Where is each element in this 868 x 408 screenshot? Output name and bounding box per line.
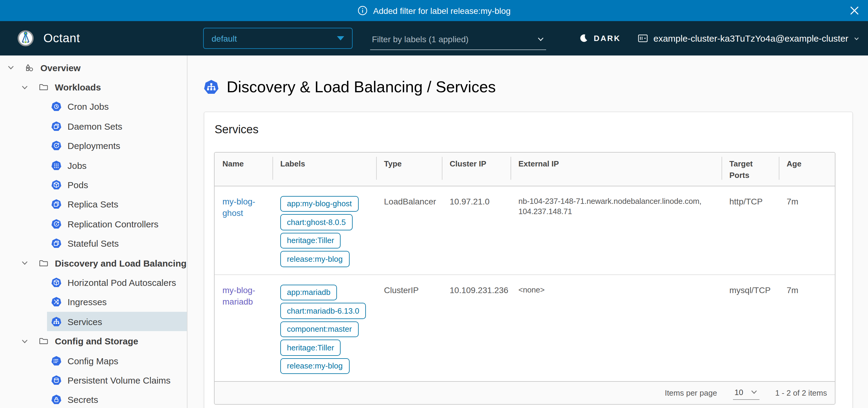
services-table: NameLabelsTypeCluster IPExternal IPTarge…: [215, 153, 835, 381]
sidebar-item-label: Jobs: [67, 160, 87, 170]
label-filter-text: Filter by labels (1 applied): [372, 34, 469, 44]
service-type: ClusterIP: [376, 274, 442, 381]
moon-icon: [579, 34, 588, 43]
page-title-text: Discovery & Load Balancing / Services: [227, 78, 496, 96]
column-header-type: Type: [376, 153, 442, 186]
close-icon[interactable]: [849, 5, 860, 16]
label-filter-dropdown[interactable]: Filter by labels (1 applied): [370, 29, 546, 50]
label-pill[interactable]: app:my-blog-ghost: [280, 196, 358, 212]
sidebar-item-pods[interactable]: Pods: [47, 175, 187, 195]
label-pill[interactable]: heritage:Tiller: [280, 233, 341, 249]
label-pill[interactable]: chart:ghost-8.0.5: [280, 214, 352, 230]
sidebar-item-replication-controllers[interactable]: Replication Controllers: [47, 214, 187, 234]
sidebar-item-label: Deployments: [67, 141, 120, 151]
octant-app: Added filter for label release:my-blog O…: [0, 0, 868, 408]
sidebar-item-config-maps[interactable]: Config Maps: [47, 351, 187, 371]
persistent-volume-claims-icon: [51, 375, 61, 385]
sidebar-item-replica-sets[interactable]: Replica Sets: [47, 195, 187, 214]
brand: Octant: [16, 21, 80, 56]
label-pill[interactable]: release:my-blog: [280, 251, 349, 267]
sidebar-item-workloads[interactable]: Workloads: [0, 78, 187, 97]
screen: Added filter for label release:my-blog O…: [0, 0, 868, 408]
folder-icon: [38, 336, 49, 346]
label-pill[interactable]: heritage:Tiller: [280, 340, 341, 355]
overview-icon: [24, 62, 34, 73]
config-maps-icon: [51, 355, 61, 366]
column-header-external-ip: External IP: [510, 153, 721, 186]
replication-controllers-icon: [51, 219, 61, 229]
sidebar-item-overview[interactable]: Overview: [0, 58, 187, 78]
table-footer: Items per page 10 1 - 2 of 2 items: [215, 381, 835, 404]
notification-text: Added filter for label release:my-blog: [373, 6, 510, 16]
sidebar-item-discovery-and-load-balancing[interactable]: Discovery and Load Balancing: [0, 253, 187, 273]
page-size-value: 10: [735, 387, 743, 397]
sidebar-item-stateful-sets[interactable]: Stateful Sets: [47, 234, 187, 253]
cluster-name: example-cluster-ka3TuTzYo4a@example-clus…: [653, 33, 848, 43]
service-name-link[interactable]: my-blog-ghost: [222, 196, 255, 217]
folder-icon: [38, 82, 49, 92]
sidebar-item-label: Discovery and Load Balancing: [55, 258, 187, 268]
external-ip: <none>: [510, 274, 721, 381]
age: 7m: [779, 186, 835, 274]
services-icon: [51, 317, 61, 327]
cron-jobs-icon: [51, 101, 61, 112]
chevron-down-icon[interactable]: [21, 338, 28, 345]
table-header-row: NameLabelsTypeCluster IPExternal IPTarge…: [215, 153, 835, 186]
sidebar-item-label: Pods: [67, 180, 88, 190]
service-type: LoadBalancer: [376, 186, 442, 274]
chevron-down-icon[interactable]: [21, 84, 28, 91]
sidebar-item-label: Services: [67, 317, 102, 327]
sidebar-item-cron-jobs[interactable]: Cron Jobs: [47, 97, 187, 117]
theme-toggle-label: DARK: [594, 34, 621, 43]
sidebar-item-services[interactable]: Services: [47, 312, 187, 331]
table-row: my-blog-mariadbapp:mariadbchart:mariadb-…: [215, 274, 835, 381]
sidebar-item-persistent-volume-claims[interactable]: Persistent Volume Claims: [47, 371, 187, 390]
chevron-down-icon[interactable]: [7, 64, 14, 71]
cluster-selector[interactable]: example-cluster-ka3TuTzYo4a@example-clus…: [638, 21, 860, 56]
sidebar-item-secrets[interactable]: Secrets: [47, 390, 187, 408]
horizontal-pod-autoscalers-icon: [51, 278, 61, 288]
theme-toggle[interactable]: DARK: [579, 21, 621, 56]
label-pill[interactable]: app:mariadb: [280, 284, 337, 300]
folder-icon: [38, 258, 49, 268]
external-ip: nb-104-237-148-71.newark.nodebalancer.li…: [510, 186, 721, 274]
column-header-age: Age: [779, 153, 835, 186]
page-size-select[interactable]: 10: [733, 386, 760, 400]
sidebar-item-label: Workloads: [55, 82, 101, 92]
app-body: OverviewWorkloadsCron JobsDaemon SetsDep…: [0, 56, 868, 408]
octant-logo: [16, 28, 36, 48]
main-content: Discovery & Load Balancing / Services Se…: [187, 56, 868, 408]
sidebar-item-deployments[interactable]: Deployments: [47, 136, 187, 155]
namespace-dropdown[interactable]: default: [203, 28, 352, 49]
sidebar-item-ingresses[interactable]: Ingresses: [47, 292, 187, 312]
deployments-icon: [51, 141, 61, 151]
sidebar-item-label: Replication Controllers: [67, 219, 158, 229]
service-name-link[interactable]: my-blog-mariadb: [222, 285, 255, 306]
sidebar-item-jobs[interactable]: Jobs: [47, 155, 187, 175]
items-per-page-label: Items per page: [665, 388, 717, 398]
sidebar-item-horizontal-pod-autoscalers[interactable]: Horizontal Pod Autoscalers: [47, 273, 187, 292]
column-header-cluster-ip: Cluster IP: [442, 153, 510, 186]
sidebar-item-label: Horizontal Pod Autoscalers: [67, 278, 176, 288]
sidebar-item-label: Overview: [40, 62, 81, 73]
services-datagrid: NameLabelsTypeCluster IPExternal IPTarge…: [214, 152, 835, 405]
sidebar-item-label: Cron Jobs: [67, 101, 109, 112]
column-header-labels: Labels: [273, 153, 376, 186]
chevron-down-icon[interactable]: [21, 259, 28, 267]
secrets-icon: [51, 395, 61, 405]
sidebar-item-label: Config and Storage: [55, 336, 138, 346]
age: 7m: [779, 274, 835, 381]
column-header-name: Name: [215, 153, 273, 186]
label-pill[interactable]: release:my-blog: [280, 358, 349, 374]
sidebar-item-label: Config Maps: [67, 355, 118, 366]
sidebar-item-config-and-storage[interactable]: Config and Storage: [0, 331, 187, 351]
label-pill[interactable]: component:master: [280, 321, 358, 337]
sidebar-nav: OverviewWorkloadsCron JobsDaemon SetsDep…: [0, 56, 187, 408]
label-pill[interactable]: chart:mariadb-6.13.0: [280, 303, 366, 319]
table-row: my-blog-ghostapp:my-blog-ghostchart:ghos…: [215, 186, 835, 274]
target-ports: mysql/TCP: [721, 274, 779, 381]
page-title: Discovery & Load Balancing / Services: [204, 78, 853, 96]
services-card: Services NameLabelsTypeCluster IPExterna…: [204, 112, 853, 408]
pagination-range: 1 - 2 of 2 items: [775, 388, 827, 398]
sidebar-item-daemon-sets[interactable]: Daemon Sets: [47, 116, 187, 136]
